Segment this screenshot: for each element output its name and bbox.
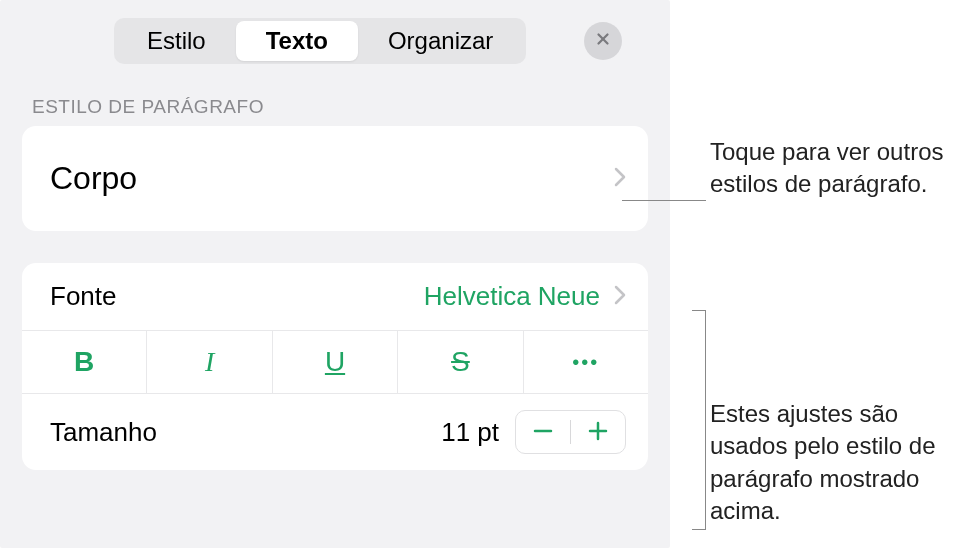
underline-icon: U bbox=[325, 346, 345, 378]
paragraph-style-name: Corpo bbox=[50, 160, 137, 197]
size-increase-button[interactable] bbox=[571, 410, 625, 454]
strikethrough-icon: S bbox=[451, 346, 470, 378]
tab-segmented-control: Estilo Texto Organizar bbox=[114, 18, 526, 64]
tab-text[interactable]: Texto bbox=[236, 21, 358, 61]
minus-icon bbox=[532, 415, 554, 449]
size-label: Tamanho bbox=[50, 417, 157, 448]
plus-icon bbox=[587, 415, 609, 449]
annotations-area: Toque para ver outros estilos de parágra… bbox=[670, 0, 966, 548]
format-panel: Estilo Texto Organizar ESTILO DE PARÁGRA… bbox=[0, 0, 670, 548]
size-decrease-button[interactable] bbox=[516, 410, 570, 454]
italic-button[interactable]: I bbox=[147, 331, 272, 393]
callout-leader-line bbox=[622, 200, 706, 201]
underline-button[interactable]: U bbox=[273, 331, 398, 393]
font-row[interactable]: Fonte Helvetica Neue bbox=[22, 263, 648, 331]
size-stepper bbox=[515, 410, 626, 454]
close-button[interactable] bbox=[584, 22, 622, 60]
paragraph-style-selector[interactable]: Corpo bbox=[22, 126, 648, 231]
more-button[interactable]: ••• bbox=[524, 331, 648, 393]
callout-settings-used: Estes ajustes são usados pelo estilo de … bbox=[710, 398, 966, 528]
tab-style[interactable]: Estilo bbox=[117, 21, 236, 61]
size-value: 11 pt bbox=[441, 417, 499, 448]
font-value: Helvetica Neue bbox=[424, 281, 600, 312]
more-icon: ••• bbox=[572, 351, 599, 374]
font-label: Fonte bbox=[50, 281, 117, 312]
panel-header: Estilo Texto Organizar bbox=[0, 0, 670, 82]
paragraph-style-header: ESTILO DE PARÁGRAFO bbox=[0, 82, 670, 126]
callout-bracket bbox=[692, 310, 706, 530]
chevron-right-icon bbox=[614, 285, 626, 309]
callout-paragraph-styles: Toque para ver outros estilos de parágra… bbox=[710, 136, 966, 201]
size-row: Tamanho 11 pt bbox=[22, 394, 648, 470]
text-style-button-row: B I U S ••• bbox=[22, 331, 648, 394]
bold-button[interactable]: B bbox=[22, 331, 147, 393]
tab-arrange[interactable]: Organizar bbox=[358, 21, 523, 61]
close-icon bbox=[594, 30, 612, 52]
chevron-right-icon bbox=[614, 167, 626, 191]
strikethrough-button[interactable]: S bbox=[398, 331, 523, 393]
